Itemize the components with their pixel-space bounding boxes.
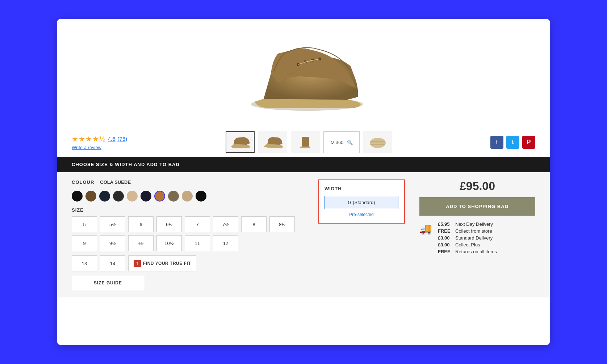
swatch-navy[interactable] bbox=[99, 191, 110, 202]
size-14[interactable]: 14 bbox=[100, 255, 125, 271]
thumbnail-1[interactable] bbox=[226, 131, 255, 153]
find-true-fit-button[interactable]: T FIND YOUR TRUE FIT bbox=[128, 255, 196, 271]
size-7half[interactable]: 7½ bbox=[213, 216, 238, 232]
360-label: 360° bbox=[336, 140, 346, 145]
thumbnail-images: ↻ 360° 🔍 bbox=[226, 131, 392, 153]
swatch-charcoal[interactable] bbox=[113, 191, 124, 202]
main-product-image bbox=[235, 37, 372, 117]
add-to-shopping-bag-button[interactable]: ADD TO SHOPPING BAG bbox=[419, 197, 535, 216]
standard-price: £3.00 bbox=[438, 235, 452, 241]
options-section: COLOUR COLA SUEDE SIZE 5 5½ 6 6½ bbox=[57, 172, 550, 297]
product-price: £95.00 bbox=[419, 179, 535, 193]
size-label: SIZE bbox=[72, 207, 304, 213]
size-6[interactable]: 6 bbox=[128, 216, 154, 232]
svg-rect-15 bbox=[302, 137, 309, 148]
svg-point-10 bbox=[318, 80, 319, 81]
delivery-row-collect: FREE Collect from store bbox=[438, 228, 535, 234]
size-12[interactable]: 12 bbox=[213, 235, 238, 251]
swatch-dark-brown[interactable] bbox=[85, 191, 96, 202]
social-icons: f t P bbox=[490, 136, 535, 149]
bottom-size-row: 13 14 T FIND YOUR TRUE FIT bbox=[72, 255, 304, 271]
colour-swatches bbox=[72, 191, 304, 202]
width-column: WIDTH G (Standard) Pre-selected bbox=[318, 179, 405, 290]
thumbnail-3[interactable] bbox=[291, 131, 320, 153]
svg-point-6 bbox=[294, 84, 295, 85]
product-image-section bbox=[57, 19, 550, 128]
svg-point-11 bbox=[323, 84, 324, 85]
thumbnails-row: ★★★★½ 4.6 (76) Write a review bbox=[57, 128, 550, 157]
swatch-khaki[interactable] bbox=[168, 191, 179, 202]
width-title: WIDTH bbox=[325, 186, 398, 191]
size-13[interactable]: 13 bbox=[72, 255, 97, 271]
find-fit-label: FIND YOUR TRUE FIT bbox=[143, 261, 191, 266]
pinterest-share-button[interactable]: P bbox=[522, 136, 535, 149]
svg-point-13 bbox=[332, 88, 333, 89]
width-option-g-standard[interactable]: G (Standard) bbox=[325, 196, 398, 209]
360-icon: ↻ bbox=[330, 140, 334, 145]
size-5half[interactable]: 5½ bbox=[100, 216, 125, 232]
swatch-black[interactable] bbox=[72, 191, 83, 202]
svg-point-8 bbox=[307, 82, 308, 83]
returns-price: FREE bbox=[438, 249, 452, 254]
svg-point-12 bbox=[328, 79, 330, 80]
swatch-dark-navy[interactable] bbox=[141, 191, 151, 202]
delivery-table: £5.95 Next Day Delivery FREE Collect fro… bbox=[438, 221, 535, 256]
size-6half[interactable]: 6½ bbox=[156, 216, 182, 232]
delivery-row-nextday: £5.95 Next Day Delivery bbox=[438, 221, 535, 227]
svg-point-5 bbox=[289, 80, 290, 81]
size-10half[interactable]: 10½ bbox=[156, 235, 182, 251]
collectplus-text: Collect Plus bbox=[455, 242, 480, 247]
nextday-text: Next Day Delivery bbox=[455, 221, 493, 227]
delivery-row-returns: FREE Returns on all items bbox=[438, 249, 535, 254]
swatch-sand[interactable] bbox=[127, 191, 138, 202]
size-9[interactable]: 9 bbox=[72, 235, 97, 251]
returns-text: Returns on all items bbox=[455, 249, 497, 254]
size-11[interactable]: 11 bbox=[185, 235, 210, 251]
swatch-jet-black[interactable] bbox=[196, 191, 206, 202]
section-header: CHOOSE SIZE & WIDTH AND ADD TO BAG bbox=[57, 157, 550, 172]
width-box: WIDTH G (Standard) Pre-selected bbox=[318, 179, 405, 224]
svg-point-9 bbox=[312, 86, 313, 87]
twitter-share-button[interactable]: t bbox=[506, 136, 519, 149]
collectplus-price: £3.00 bbox=[438, 242, 452, 247]
svg-point-14 bbox=[290, 89, 292, 90]
collect-price: FREE bbox=[438, 228, 452, 234]
right-column: £95.00 ADD TO SHOPPING BAG 🚚 £5.95 Next … bbox=[419, 179, 535, 290]
delivery-section: 🚚 £5.95 Next Day Delivery FREE Collect f… bbox=[419, 221, 535, 256]
collect-text: Collect from store bbox=[455, 228, 492, 234]
thumbnail-5[interactable] bbox=[363, 131, 392, 153]
write-review-link[interactable]: Write a review bbox=[72, 145, 127, 150]
fit-icon: T bbox=[134, 260, 141, 267]
size-10[interactable]: 10 bbox=[128, 235, 154, 251]
left-column: COLOUR COLA SUEDE SIZE 5 5½ 6 6½ bbox=[72, 179, 304, 290]
size-5[interactable]: 5 bbox=[72, 216, 97, 232]
swatch-light-tan[interactable] bbox=[182, 191, 193, 202]
delivery-row-collectplus: £3.00 Collect Plus bbox=[438, 242, 535, 247]
thumbnail-2[interactable] bbox=[258, 131, 287, 153]
size-8[interactable]: 8 bbox=[241, 216, 267, 232]
colour-name: COLA SUEDE bbox=[100, 179, 131, 185]
rating-number[interactable]: 4.6 bbox=[108, 136, 116, 142]
swatch-cola-suede[interactable] bbox=[154, 191, 165, 202]
section-header-label: CHOOSE SIZE & WIDTH AND ADD TO BAG bbox=[72, 162, 180, 167]
svg-rect-16 bbox=[300, 147, 310, 148]
ratings-section: ★★★★½ 4.6 (76) Write a review bbox=[72, 135, 127, 150]
size-8half[interactable]: 8½ bbox=[269, 216, 295, 232]
size-9half[interactable]: 9½ bbox=[100, 235, 125, 251]
facebook-share-button[interactable]: f bbox=[490, 136, 503, 149]
review-count[interactable]: (76) bbox=[118, 136, 127, 142]
nextday-price: £5.95 bbox=[438, 221, 452, 227]
delivery-truck-icon: 🚚 bbox=[419, 221, 432, 256]
pre-selected-label: Pre-selected bbox=[325, 212, 398, 217]
size-guide-button[interactable]: SIZE GUIDE bbox=[72, 276, 144, 290]
star-rating: ★★★★½ bbox=[72, 135, 106, 143]
delivery-row-standard: £3.00 Standard Delivery bbox=[438, 235, 535, 241]
colour-label: COLOUR bbox=[72, 179, 94, 185]
svg-point-7 bbox=[300, 79, 301, 80]
colour-row: COLOUR COLA SUEDE bbox=[72, 179, 304, 185]
size-7[interactable]: 7 bbox=[185, 216, 210, 232]
browser-frame: ★★★★½ 4.6 (76) Write a review bbox=[57, 19, 550, 345]
search-icon: 🔍 bbox=[347, 140, 353, 145]
standard-text: Standard Delivery bbox=[455, 235, 493, 241]
360-view-button[interactable]: ↻ 360° 🔍 bbox=[323, 131, 360, 153]
